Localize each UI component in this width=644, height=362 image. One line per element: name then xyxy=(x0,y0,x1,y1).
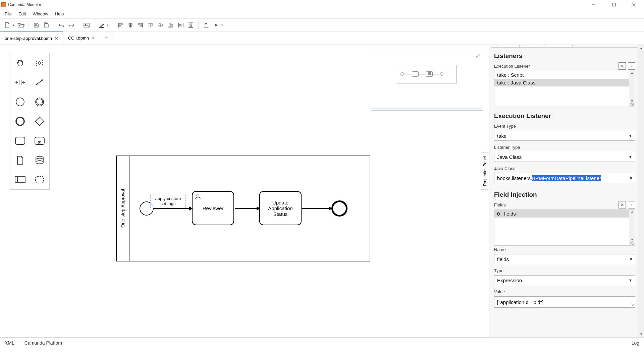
deploy-button[interactable] xyxy=(201,20,211,30)
menu-window[interactable]: Window xyxy=(29,10,51,18)
svg-rect-33 xyxy=(190,24,192,25)
run-dropdown[interactable]: ▾ xyxy=(220,23,224,27)
svg-rect-51 xyxy=(15,177,25,183)
field-type-select[interactable]: Expression▼ xyxy=(494,275,635,285)
sequence-flow-3[interactable] xyxy=(302,208,332,209)
listeners-listbox[interactable]: take : Script take : Java Class ▲▼ xyxy=(494,71,635,107)
data-store-tool[interactable] xyxy=(30,150,49,170)
svg-rect-1 xyxy=(612,3,615,6)
align-center-v-button[interactable] xyxy=(156,20,165,30)
distribute-h-button[interactable] xyxy=(176,20,185,30)
tab-file-2[interactable]: CCII.bpmn ✕ xyxy=(63,32,100,45)
fields-listbox[interactable]: 0 : fields ▲▼ xyxy=(494,209,635,246)
lasso-tool-button[interactable] xyxy=(30,53,49,73)
hand-tool-button[interactable] xyxy=(10,53,30,73)
toolbar: ▾ ▾ ▾ xyxy=(0,19,644,32)
subprocess-tool[interactable] xyxy=(30,131,49,150)
sequence-flow-1[interactable] xyxy=(154,208,192,209)
listener-remove-button[interactable]: ✕ xyxy=(619,62,626,70)
data-object-tool[interactable] xyxy=(10,150,30,170)
field-name-input[interactable]: fields✕ xyxy=(494,254,635,264)
save-button[interactable] xyxy=(32,20,41,30)
align-top-button[interactable] xyxy=(146,20,155,30)
start-event-tool[interactable] xyxy=(10,92,30,112)
window-minimize-button[interactable] xyxy=(584,0,604,9)
resize-grip-icon[interactable] xyxy=(630,102,634,106)
event-type-label: Event Type xyxy=(489,123,644,130)
sequence-flow-2[interactable] xyxy=(235,208,260,209)
pool-label: One step Approval xyxy=(120,189,125,228)
clear-input-icon[interactable]: ✕ xyxy=(629,256,633,262)
listener-add-button[interactable]: ＋ xyxy=(628,62,635,70)
field-add-button[interactable]: ＋ xyxy=(628,201,635,208)
svg-rect-53 xyxy=(36,176,44,183)
diagram-canvas[interactable]: Properties Panel One step Approval apply… xyxy=(0,45,489,337)
save-all-button[interactable] xyxy=(42,20,51,30)
color-button[interactable] xyxy=(97,20,106,30)
window-close-button[interactable] xyxy=(624,0,644,9)
listener-type-label: Listener Type xyxy=(489,144,644,151)
svg-rect-8 xyxy=(99,27,104,28)
minimap[interactable] xyxy=(371,51,483,111)
listeners-section-title: Listeners xyxy=(489,48,644,63)
menu-help[interactable]: Help xyxy=(52,10,67,18)
intermediate-event-tool[interactable] xyxy=(30,92,49,112)
listener-type-select[interactable]: Java Class▼ xyxy=(494,152,635,162)
status-platform-tab[interactable]: Camunda Platform xyxy=(24,340,64,346)
end-event[interactable] xyxy=(331,200,347,217)
resize-grip-icon[interactable] xyxy=(631,303,634,306)
new-file-button[interactable] xyxy=(3,20,12,30)
align-left-button[interactable] xyxy=(116,20,125,30)
field-value-input[interactable]: ["applicationId","pid"] xyxy=(494,296,635,308)
sequence-label[interactable]: apply customsettings xyxy=(150,195,186,208)
field-item[interactable]: 0 : fields xyxy=(494,210,635,218)
execution-listener-section-title: Execution Listener xyxy=(489,108,644,123)
user-task-icon xyxy=(195,193,201,200)
status-log-button[interactable]: Log xyxy=(632,340,639,346)
svg-point-40 xyxy=(16,98,24,106)
image-export-button[interactable] xyxy=(82,20,91,30)
java-class-input[interactable]: hooks.listeners.BPMFormDataPipelineListe… xyxy=(494,173,635,183)
chevron-down-icon: ▼ xyxy=(629,134,632,138)
color-dropdown[interactable]: ▾ xyxy=(106,23,110,27)
group-tool[interactable] xyxy=(30,170,49,189)
tab-close-icon[interactable]: ✕ xyxy=(92,36,95,41)
svg-rect-11 xyxy=(119,25,121,27)
listener-item[interactable]: take : Java Class xyxy=(494,79,635,86)
end-event-tool[interactable] xyxy=(10,112,30,131)
open-file-button[interactable] xyxy=(16,20,26,30)
window-maximize-button[interactable] xyxy=(604,0,624,9)
clear-input-icon[interactable]: ✕ xyxy=(629,175,633,181)
properties-panel-toggle[interactable]: Properties Panel xyxy=(481,153,489,190)
tab-file-1[interactable]: one-step-approval.bpmn ✕ xyxy=(0,32,63,45)
redo-button[interactable] xyxy=(67,20,76,30)
menu-file[interactable]: File xyxy=(1,10,15,18)
run-button[interactable] xyxy=(211,20,221,30)
distribute-v-button[interactable] xyxy=(186,20,196,30)
bpmn-pool[interactable]: One step Approval apply customsettings R… xyxy=(116,156,370,261)
task-reviewer[interactable]: Reviewer xyxy=(192,191,234,225)
undo-button[interactable] xyxy=(57,20,66,30)
listener-item[interactable]: take : Script xyxy=(494,71,635,79)
pool-header[interactable]: One step Approval xyxy=(117,156,129,261)
pool-tool[interactable] xyxy=(10,170,30,189)
tab-close-icon[interactable]: ✕ xyxy=(55,36,58,41)
task-tool[interactable] xyxy=(10,131,30,150)
connect-tool-button[interactable] xyxy=(30,73,49,92)
space-tool-button[interactable] xyxy=(10,73,30,92)
panel-scrollbar[interactable]: ▲▼ xyxy=(638,45,644,337)
field-name-label: Name xyxy=(489,246,644,253)
tab-add-button[interactable]: + xyxy=(100,32,112,45)
menu-edit[interactable]: Edit xyxy=(15,10,29,18)
event-type-select[interactable]: take▼ xyxy=(494,131,635,141)
gateway-tool[interactable] xyxy=(30,112,49,131)
tab-label: one-step-approval.bpmn xyxy=(5,36,52,41)
align-right-button[interactable] xyxy=(136,20,145,30)
field-remove-button[interactable]: ✕ xyxy=(619,201,626,208)
resize-grip-icon[interactable] xyxy=(630,241,634,245)
task-update-status[interactable]: UpdateApplicationStatus xyxy=(259,191,302,225)
new-file-dropdown[interactable]: ▾ xyxy=(11,23,16,27)
align-center-h-button[interactable] xyxy=(126,20,135,30)
align-bottom-button[interactable] xyxy=(166,20,175,30)
status-xml-tab[interactable]: XML xyxy=(5,340,14,346)
